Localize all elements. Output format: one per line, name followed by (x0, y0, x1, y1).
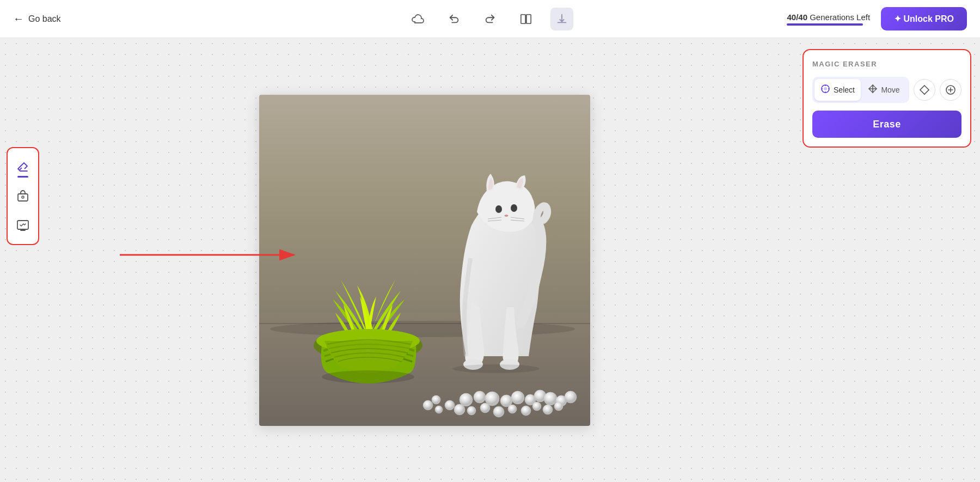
svg-point-43 (543, 405, 553, 414)
select-move-group: Select Move (812, 77, 909, 103)
svg-point-38 (480, 403, 490, 413)
diamond-button[interactable] (914, 79, 935, 101)
svg-point-47 (435, 406, 443, 413)
svg-point-44 (554, 402, 563, 411)
svg-point-39 (493, 406, 504, 417)
svg-point-32 (544, 392, 557, 405)
svg-point-51 (824, 87, 827, 90)
svg-rect-0 (521, 14, 525, 23)
back-arrow-icon: ← (13, 13, 24, 25)
svg-point-40 (508, 405, 517, 413)
generations-text: 40/40 Generations Left (787, 13, 870, 22)
erase-button[interactable]: Erase (812, 111, 961, 138)
canvas-area (44, 38, 806, 482)
unlock-pro-button[interactable]: ✦ Unlock PRO (881, 7, 967, 30)
svg-point-35 (445, 400, 455, 410)
svg-rect-1 (526, 14, 531, 23)
svg-point-41 (521, 406, 531, 416)
svg-point-17 (495, 205, 502, 213)
svg-point-26 (474, 391, 486, 403)
move-label: Move (881, 86, 899, 94)
move-icon (868, 84, 878, 96)
svg-rect-3 (18, 194, 28, 201)
go-back-button[interactable]: ← Go back (13, 13, 61, 25)
svg-point-34 (565, 391, 577, 403)
main-image (259, 95, 590, 426)
svg-point-25 (460, 393, 473, 406)
svg-point-18 (511, 204, 517, 212)
svg-point-42 (532, 402, 541, 411)
svg-point-48 (322, 370, 414, 383)
redo-button[interactable] (479, 8, 501, 30)
right-panel: MAGIC ERASER (806, 38, 980, 482)
header-center-tools (407, 8, 573, 30)
header: ← Go back (0, 0, 980, 38)
svg-point-37 (467, 406, 476, 415)
sidebar-tool-enhance[interactable] (11, 213, 35, 237)
sidebar-panel (7, 147, 39, 245)
undo-button[interactable] (443, 8, 465, 30)
sidebar-tool-eraser[interactable] (11, 155, 35, 179)
svg-point-46 (423, 400, 433, 410)
magic-eraser-panel: MAGIC ERASER (803, 49, 971, 148)
move-button[interactable]: Move (861, 79, 907, 101)
compare-button[interactable] (514, 8, 537, 30)
select-icon (820, 84, 830, 96)
svg-point-36 (454, 404, 465, 415)
select-label: Select (834, 86, 855, 94)
sidebar-tool-bag[interactable] (11, 184, 35, 208)
back-label: Go back (28, 14, 61, 24)
generations-wrapper: 40/40 Generations Left (787, 13, 870, 26)
svg-point-4 (22, 196, 24, 198)
select-button[interactable]: Select (814, 79, 861, 101)
panel-title: MAGIC ERASER (812, 60, 961, 68)
main-content: MAGIC ERASER (0, 38, 980, 482)
svg-point-29 (511, 391, 524, 404)
cloud-button[interactable] (407, 8, 430, 30)
plus-circle-button[interactable] (940, 79, 961, 101)
sidebar (0, 38, 44, 482)
svg-point-45 (432, 395, 440, 404)
generations-fill (787, 23, 863, 26)
download-button[interactable] (550, 8, 573, 30)
tool-row: Select Move (812, 77, 961, 103)
svg-point-49 (452, 364, 540, 373)
header-right: 40/40 Generations Left ✦ Unlock PRO (787, 7, 967, 30)
scene-svg (259, 95, 590, 426)
generations-bar (787, 23, 863, 26)
